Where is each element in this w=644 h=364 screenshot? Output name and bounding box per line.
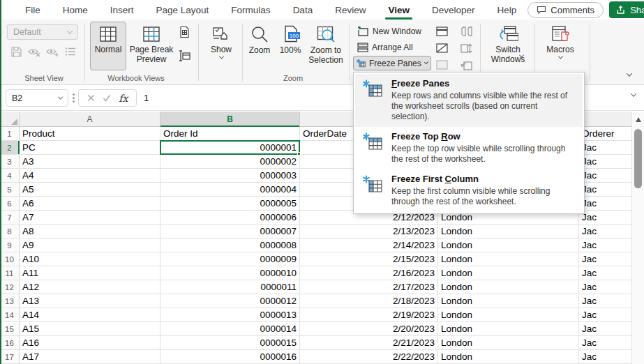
row-header-15[interactable]: 15 [0,322,20,336]
scrollbar-thumb[interactable] [634,129,642,188]
split-button[interactable] [434,24,449,38]
comments-button[interactable]: Comments [527,2,604,18]
cell-D9[interactable]: London [438,238,579,252]
cell-A16[interactable]: A16 [20,336,160,350]
row-header-14[interactable]: 14 [0,308,20,322]
col-header-E[interactable]: E [579,112,631,127]
tab-home[interactable]: Home [52,0,99,20]
page-break-preview-button[interactable]: Page Break Preview [128,22,174,70]
arrange-all-button[interactable]: Arrange All [354,40,417,54]
keep-sheet-view-button[interactable] [8,45,24,59]
cell-A2[interactable]: PC [20,141,160,155]
row-header-1[interactable]: 1 [0,127,20,141]
cell-B1[interactable]: Order Id [160,127,300,141]
cell-B2[interactable]: 0000001 [160,141,300,155]
cell-E17[interactable]: Jac [579,350,631,364]
row-header-6[interactable]: 6 [0,197,20,211]
formula-bar-expand-icon[interactable] [631,91,636,96]
cell-A8[interactable]: A8 [20,225,160,238]
cell-A13[interactable]: A13 [20,294,160,308]
zoom-100-button[interactable]: 100 100% [275,22,306,70]
tab-review[interactable]: Review [324,0,377,20]
share-button[interactable]: Share [609,1,644,18]
cell-D8[interactable]: London [438,225,579,238]
cell-B7[interactable]: 0000006 [160,211,300,225]
cell-A1[interactable]: Product [20,127,160,141]
scroll-up-arrow-icon[interactable] [636,117,641,122]
insert-function-icon[interactable]: fx [119,93,128,104]
cell-E15[interactable]: Jac [579,322,631,336]
row-header-12[interactable]: 12 [0,280,20,294]
cell-C13[interactable]: 2/18/2023 [300,294,438,308]
cell-B13[interactable]: 0000012 [160,294,300,308]
cell-E11[interactable]: Jac [579,266,631,280]
tab-help[interactable]: Help [486,0,528,20]
cell-A11[interactable]: A11 [20,266,160,280]
col-header-B[interactable]: B [160,112,300,127]
cell-C12[interactable]: 2/17/2023 [300,280,438,294]
cell-B9[interactable]: 0000008 [160,238,300,252]
cell-E9[interactable]: Jac [579,238,631,252]
tab-data[interactable]: Data [282,0,324,20]
cell-E14[interactable]: Jac [579,308,631,322]
cell-D10[interactable]: London [438,252,579,266]
row-header-2[interactable]: 2 [0,141,20,155]
menu-item-freeze-panes[interactable]: Freeze PanesKeep rows and columns visibl… [355,74,583,127]
reset-window-position-button[interactable] [459,58,474,72]
row-header-9[interactable]: 9 [0,238,20,252]
cell-E5[interactable]: Jac [579,183,631,197]
cell-A3[interactable]: A3 [20,155,160,169]
col-header-A[interactable]: A [20,112,160,127]
cell-D11[interactable]: London [438,266,579,280]
custom-views-button[interactable] [177,49,192,63]
cell-A7[interactable]: A7 [20,211,160,225]
tab-file[interactable]: File [14,0,52,20]
menu-item-freeze-first-column[interactable]: Freeze First ColumnKeep the first column… [355,169,583,212]
cell-A9[interactable]: A9 [20,238,160,252]
cell-E4[interactable]: Jac [579,169,631,183]
view-side-by-side-button[interactable] [459,24,474,38]
cell-B5[interactable]: 0000004 [160,183,300,197]
cell-C17[interactable]: 2/22/2023 [300,350,438,364]
sheet-view-select[interactable]: Default [7,24,78,40]
row-header-4[interactable]: 4 [0,169,20,183]
cell-B16[interactable]: 0000015 [160,336,300,350]
cell-E10[interactable]: Jac [579,252,631,266]
cell-A6[interactable]: A6 [20,197,160,211]
cell-E13[interactable]: Jac [579,294,631,308]
cell-A10[interactable]: A10 [20,252,160,266]
cell-B6[interactable]: 0000005 [160,197,300,211]
row-header-16[interactable]: 16 [0,336,20,350]
cell-B12[interactable]: 0000011 [160,280,300,294]
cell-E12[interactable]: Jac [579,280,631,294]
row-header-11[interactable]: 11 [0,266,20,280]
formula-input[interactable]: 1 [144,89,149,107]
cell-B17[interactable]: 0000016 [160,350,300,364]
cell-C10[interactable]: 2/15/2023 [300,252,438,266]
cell-A15[interactable]: A15 [20,322,160,336]
row-header-7[interactable]: 7 [0,211,20,225]
cell-B3[interactable]: 0000002 [160,155,300,169]
cell-B14[interactable]: 0000013 [160,308,300,322]
switch-windows-button[interactable]: Switch Windows [484,22,532,70]
page-layout-view-button[interactable] [177,25,192,39]
exit-sheet-view-button[interactable] [27,45,42,59]
cell-D12[interactable]: London [438,280,579,294]
cell-A5[interactable]: A5 [20,183,160,197]
name-box[interactable]: B2 [6,89,68,107]
cell-C16[interactable]: 2/21/2023 [300,336,438,350]
cell-E8[interactable]: Jac [579,225,631,238]
cell-E6[interactable]: Jac [579,197,631,211]
menu-item-freeze-top-row[interactable]: Freeze Top RowKeep the top row visible w… [355,127,583,169]
freeze-panes-button[interactable]: Freeze Panes [353,56,431,70]
row-header-17[interactable]: 17 [0,350,20,364]
tab-formulas[interactable]: Formulas [220,0,281,20]
row-header-5[interactable]: 5 [0,183,20,197]
cell-D17[interactable]: London [438,350,579,364]
show-button[interactable]: Show [202,22,240,70]
cell-A14[interactable]: A14 [20,308,160,322]
tab-developer[interactable]: Developer [421,0,486,20]
cell-C14[interactable]: 2/19/2023 [300,308,438,322]
cell-E7[interactable]: Jac [579,211,631,225]
cell-A12[interactable]: A12 [20,280,160,294]
